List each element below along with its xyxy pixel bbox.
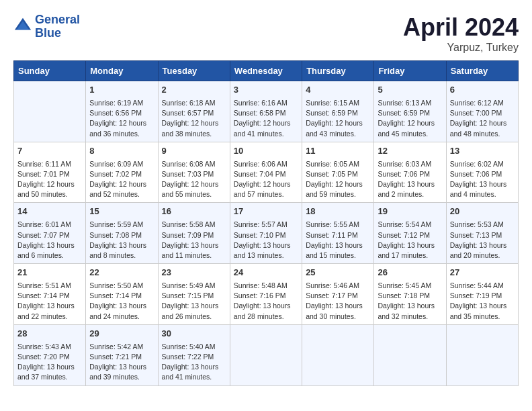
header-cell-wednesday: Wednesday <box>230 61 302 81</box>
calendar-table: SundayMondayTuesdayWednesdayThursdayFrid… <box>13 60 519 386</box>
sunset-text: Sunset: 7:20 PM <box>17 352 82 362</box>
day-number: 23 <box>162 267 226 279</box>
day-cell: 29Sunrise: 5:42 AMSunset: 7:21 PMDayligh… <box>86 324 158 385</box>
page-header: General Blue April 2024 Yarpuz, Turkey <box>13 13 519 54</box>
day-number: 1 <box>89 84 154 97</box>
sunset-text: Sunset: 7:05 PM <box>306 169 370 179</box>
sunrise-text: Sunrise: 5:48 AM <box>234 281 298 291</box>
sunrise-text: Sunrise: 5:40 AM <box>162 342 226 352</box>
day-number: 27 <box>450 267 515 279</box>
logo-icon <box>13 16 32 35</box>
day-number: 19 <box>378 205 442 218</box>
sunset-text: Sunset: 7:03 PM <box>162 169 226 179</box>
daylight-text: Daylight: 13 hours and 28 minutes. <box>234 301 298 321</box>
sunrise-text: Sunrise: 5:51 AM <box>17 281 82 291</box>
daylight-text: Daylight: 12 hours and 57 minutes. <box>234 179 298 199</box>
calendar-header: SundayMondayTuesdayWednesdayThursdayFrid… <box>14 61 519 81</box>
title-block: April 2024 Yarpuz, Turkey <box>403 13 519 54</box>
sunset-text: Sunset: 7:10 PM <box>234 230 298 240</box>
calendar-body: 1Sunrise: 6:19 AMSunset: 6:56 PMDaylight… <box>14 81 519 386</box>
day-cell: 30Sunrise: 5:40 AMSunset: 7:22 PMDayligh… <box>158 324 230 385</box>
header-cell-friday: Friday <box>374 61 446 81</box>
sunset-text: Sunset: 6:59 PM <box>306 108 370 118</box>
day-number: 8 <box>89 145 154 158</box>
sunset-text: Sunset: 7:16 PM <box>234 291 298 301</box>
daylight-text: Daylight: 13 hours and 15 minutes. <box>306 240 370 261</box>
sunrise-text: Sunrise: 5:46 AM <box>306 281 370 291</box>
sunrise-text: Sunrise: 5:42 AM <box>89 342 154 352</box>
day-cell: 17Sunrise: 5:57 AMSunset: 7:10 PMDayligh… <box>230 203 302 264</box>
sunset-text: Sunset: 7:00 PM <box>450 108 515 118</box>
day-cell: 26Sunrise: 5:45 AMSunset: 7:18 PMDayligh… <box>374 264 446 325</box>
sunrise-text: Sunrise: 6:12 AM <box>450 98 515 108</box>
day-number: 28 <box>17 328 82 340</box>
sunrise-text: Sunrise: 6:06 AM <box>234 159 298 169</box>
header-cell-sunday: Sunday <box>14 61 86 81</box>
sunrise-text: Sunrise: 5:49 AM <box>162 281 226 291</box>
sunset-text: Sunset: 7:02 PM <box>89 169 154 179</box>
daylight-text: Daylight: 13 hours and 20 minutes. <box>450 240 515 261</box>
sunrise-text: Sunrise: 6:15 AM <box>306 98 370 108</box>
day-number: 25 <box>306 267 370 279</box>
sunset-text: Sunset: 7:15 PM <box>162 291 226 301</box>
logo-line2: Blue <box>35 26 61 40</box>
sunrise-text: Sunrise: 5:57 AM <box>234 220 298 230</box>
header-cell-monday: Monday <box>86 61 158 81</box>
daylight-text: Daylight: 13 hours and 32 minutes. <box>378 301 442 321</box>
daylight-text: Daylight: 13 hours and 26 minutes. <box>162 301 226 321</box>
sunset-text: Sunset: 7:18 PM <box>378 291 442 301</box>
day-number: 13 <box>450 145 515 158</box>
sunset-text: Sunset: 7:01 PM <box>17 169 82 179</box>
sunset-text: Sunset: 7:08 PM <box>89 230 154 240</box>
daylight-text: Daylight: 12 hours and 45 minutes. <box>378 118 442 138</box>
logo: General Blue <box>13 13 80 40</box>
sunset-text: Sunset: 7:19 PM <box>450 291 515 301</box>
daylight-text: Daylight: 13 hours and 6 minutes. <box>17 240 82 261</box>
sunrise-text: Sunrise: 5:58 AM <box>162 220 226 230</box>
sunset-text: Sunset: 7:09 PM <box>162 230 226 240</box>
sunset-text: Sunset: 7:14 PM <box>89 291 154 301</box>
header-cell-saturday: Saturday <box>446 61 518 81</box>
day-cell: 27Sunrise: 5:44 AMSunset: 7:19 PMDayligh… <box>446 264 518 325</box>
daylight-text: Daylight: 13 hours and 35 minutes. <box>450 301 515 321</box>
daylight-text: Daylight: 13 hours and 22 minutes. <box>17 301 82 321</box>
sunset-text: Sunset: 6:59 PM <box>378 108 442 118</box>
week-row-4: 21Sunrise: 5:51 AMSunset: 7:14 PMDayligh… <box>14 264 519 325</box>
day-number: 15 <box>89 205 154 218</box>
day-cell <box>14 81 86 142</box>
sunrise-text: Sunrise: 5:43 AM <box>17 342 82 352</box>
day-number: 3 <box>234 84 298 97</box>
day-number: 5 <box>378 84 442 97</box>
week-row-1: 1Sunrise: 6:19 AMSunset: 6:56 PMDaylight… <box>14 81 519 142</box>
daylight-text: Daylight: 12 hours and 48 minutes. <box>450 118 515 138</box>
header-cell-tuesday: Tuesday <box>158 61 230 81</box>
header-row: SundayMondayTuesdayWednesdayThursdayFrid… <box>14 61 519 81</box>
day-number: 11 <box>306 145 370 158</box>
day-number: 20 <box>450 205 515 218</box>
sunset-text: Sunset: 7:21 PM <box>89 352 154 362</box>
day-cell: 16Sunrise: 5:58 AMSunset: 7:09 PMDayligh… <box>158 203 230 264</box>
sunrise-text: Sunrise: 6:09 AM <box>89 159 154 169</box>
daylight-text: Daylight: 13 hours and 37 minutes. <box>17 362 82 382</box>
sunset-text: Sunset: 7:06 PM <box>378 169 442 179</box>
day-cell: 28Sunrise: 5:43 AMSunset: 7:20 PMDayligh… <box>14 324 86 385</box>
daylight-text: Daylight: 12 hours and 38 minutes. <box>162 118 226 138</box>
day-cell <box>446 324 518 385</box>
sunset-text: Sunset: 7:04 PM <box>234 169 298 179</box>
logo-text: General Blue <box>35 13 80 40</box>
day-number: 4 <box>306 84 370 97</box>
daylight-text: Daylight: 13 hours and 39 minutes. <box>89 362 154 382</box>
daylight-text: Daylight: 12 hours and 41 minutes. <box>234 118 298 138</box>
daylight-text: Daylight: 12 hours and 52 minutes. <box>89 179 154 199</box>
sunrise-text: Sunrise: 6:01 AM <box>17 220 82 230</box>
day-cell: 2Sunrise: 6:18 AMSunset: 6:57 PMDaylight… <box>158 81 230 142</box>
day-cell: 18Sunrise: 5:55 AMSunset: 7:11 PMDayligh… <box>302 203 374 264</box>
location: Yarpuz, Turkey <box>403 42 519 54</box>
sunset-text: Sunset: 7:07 PM <box>17 230 82 240</box>
sunrise-text: Sunrise: 6:16 AM <box>234 98 298 108</box>
sunrise-text: Sunrise: 6:18 AM <box>162 98 226 108</box>
week-row-5: 28Sunrise: 5:43 AMSunset: 7:20 PMDayligh… <box>14 324 519 385</box>
sunrise-text: Sunrise: 5:50 AM <box>89 281 154 291</box>
sunrise-text: Sunrise: 6:03 AM <box>378 159 442 169</box>
day-cell: 5Sunrise: 6:13 AMSunset: 6:59 PMDaylight… <box>374 81 446 142</box>
